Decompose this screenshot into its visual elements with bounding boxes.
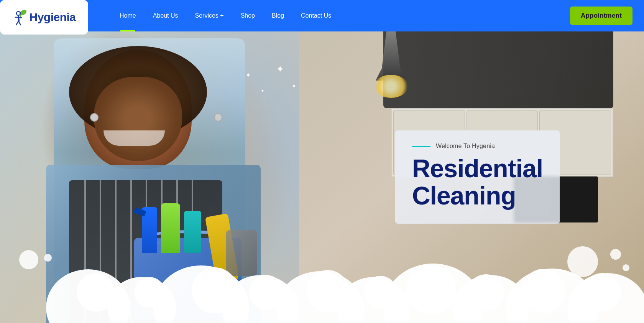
welcome-line: Welcome To Hygenia bbox=[412, 143, 543, 150]
deco-circle-right-large bbox=[567, 246, 598, 277]
hero-title: Residential Cleaning bbox=[412, 155, 543, 210]
hero-section: ✦ ✦ ✦ ✦ Welcome To Hygenia Residential C… bbox=[0, 0, 644, 323]
sparkle-4: ✦ bbox=[261, 88, 264, 94]
sparkle-3: ✦ bbox=[291, 82, 296, 90]
deco-circle-left-small bbox=[44, 254, 52, 262]
sparkle-2: ✦ bbox=[276, 63, 284, 75]
nav-home[interactable]: Home bbox=[111, 0, 145, 31]
logo-icon bbox=[12, 8, 27, 26]
deco-circle-right-small2 bbox=[623, 264, 629, 271]
welcome-text: Welcome To Hygenia bbox=[436, 143, 495, 150]
sparkle-1: ✦ bbox=[245, 71, 251, 79]
logo: Hygienia bbox=[12, 8, 76, 26]
logo-container[interactable]: Hygienia bbox=[0, 0, 88, 35]
nav-contact[interactable]: Contact Us bbox=[292, 0, 340, 31]
hero-content-box: Welcome To Hygenia Residential Cleaning bbox=[395, 130, 560, 224]
hero-title-line2: Cleaning bbox=[412, 182, 543, 209]
logo-text: Hygienia bbox=[29, 11, 76, 24]
welcome-bar bbox=[412, 146, 430, 147]
nav-shop[interactable]: Shop bbox=[232, 0, 263, 31]
appointment-button[interactable]: Appointment bbox=[570, 7, 632, 25]
nav-links: Home About Us Services + Shop Blog Conta… bbox=[111, 0, 562, 31]
navbar: Hygienia Home About Us Services + Shop B… bbox=[0, 0, 644, 31]
nav-about[interactable]: About Us bbox=[145, 0, 187, 31]
nav-blog[interactable]: Blog bbox=[263, 0, 292, 31]
hero-title-line1: Residential bbox=[412, 155, 543, 182]
deco-circle-right-small1 bbox=[610, 249, 621, 260]
nav-services[interactable]: Services + bbox=[187, 0, 232, 31]
deco-circle-left bbox=[19, 250, 38, 269]
